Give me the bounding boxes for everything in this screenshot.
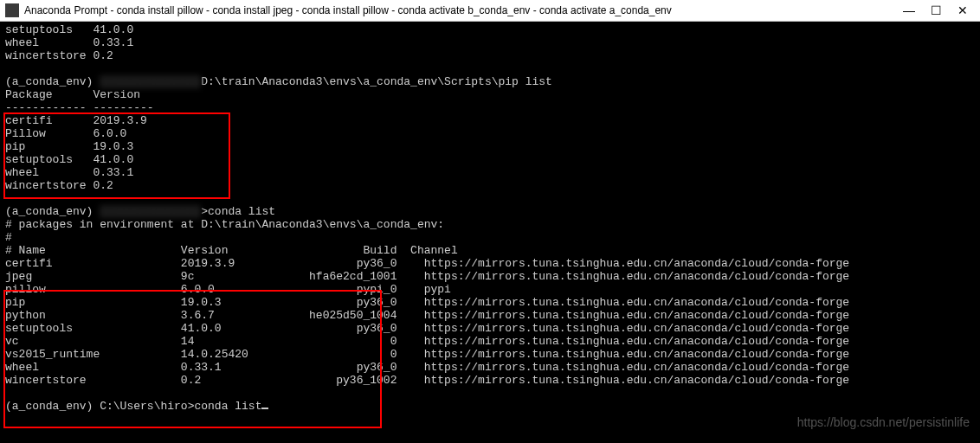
close-button[interactable]: ✕: [957, 3, 968, 17]
app-icon: [5, 3, 19, 17]
window-title: Anaconda Prompt - conda install pillow -…: [24, 4, 903, 16]
window-title-bar: Anaconda Prompt - conda install pillow -…: [0, 0, 980, 22]
maximize-button[interactable]: ☐: [931, 3, 942, 17]
watermark: https://blog.csdn.net/persistinlife: [797, 415, 970, 429]
window-controls: — ☐ ✕: [903, 3, 975, 17]
terminal-output[interactable]: setuptools 41.0.0 wheel 0.33.1 wincertst…: [0, 22, 980, 414]
minimize-button[interactable]: —: [903, 3, 915, 17]
